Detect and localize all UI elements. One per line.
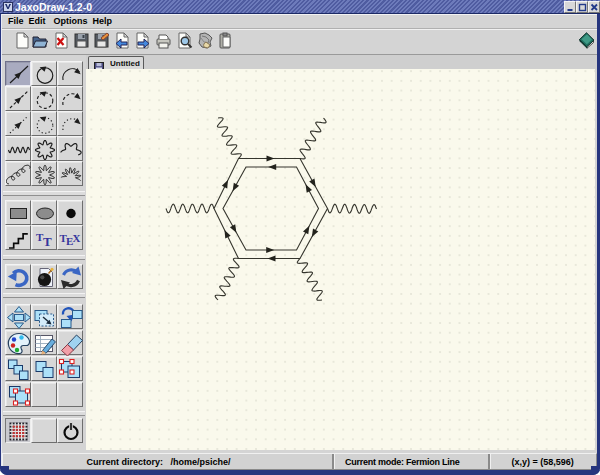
svg-text:X: X [73,232,81,244]
svg-text:T: T [43,234,52,249]
